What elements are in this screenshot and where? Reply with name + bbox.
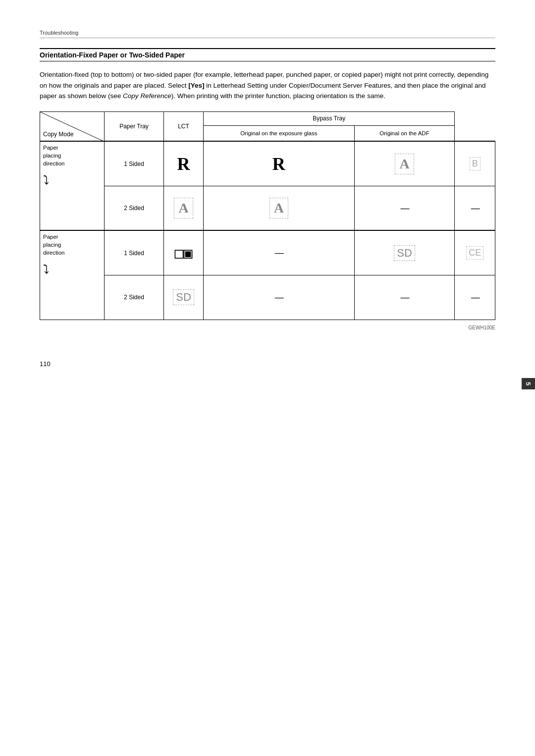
orientation-table: Copy Mode Paper Tray LCT Bypass Tray Ori… <box>40 111 495 320</box>
icon-dash-4: — <box>275 292 283 302</box>
cell-2-2-lct: — <box>204 275 355 320</box>
body-text-italic: Copy Reference <box>123 92 171 100</box>
figure-note: GEWH100E <box>40 325 495 330</box>
col-header-lct: LCT <box>164 111 204 141</box>
paper-dir-label-1: Paperplacingdirection ⤵ <box>40 141 105 230</box>
body-text: Orientation-fixed (top to bottom) or two… <box>40 69 495 102</box>
icon-r-faded-3: A <box>269 198 288 218</box>
table-corner-cell: Copy Mode <box>40 111 105 141</box>
cell-2-2-bypass-adf: — <box>455 275 495 320</box>
page-number: 110 <box>40 360 495 368</box>
sided-label-2-2: 2 Sided <box>105 275 164 320</box>
icon-sd-faded-2: SD <box>173 289 194 305</box>
table-row: Paperplacingdirection ⤵ 1 Sided R R A B <box>40 141 495 186</box>
col-header-paper-tray: Paper Tray <box>105 111 164 141</box>
icon-dash-2: — <box>471 203 479 213</box>
icon-dash-1: — <box>401 203 409 213</box>
icon-duplex-1: □▣ <box>174 244 192 262</box>
cell-1-2-bypass-glass: — <box>354 186 455 230</box>
icon-r-faded-1: A <box>395 154 414 174</box>
cell-2-1-paper-tray: □▣ <box>164 230 204 275</box>
icon-r-bold-1: R <box>177 154 190 174</box>
sided-label-1-1: 1 Sided <box>105 141 164 186</box>
cell-2-1-bypass-adf: CE <box>455 230 495 275</box>
corner-label-copy: Copy Mode <box>43 131 73 138</box>
cell-1-2-bypass-adf: — <box>455 186 495 230</box>
col-header-bypass-glass: Original on the exposure glass <box>204 126 355 142</box>
icon-r-bold-2: R <box>272 154 285 174</box>
breadcrumb: Troubleshooting <box>40 30 495 38</box>
chapter-number: 5 <box>525 382 532 385</box>
body-text-bold: [Yes] <box>188 82 204 89</box>
paper-dir-label-2: Paperplacingdirection ⤵ <box>40 230 105 320</box>
cell-1-1-bypass-glass: A <box>354 141 455 186</box>
body-text-part3: ). When printing with the printer functi… <box>171 92 385 100</box>
cell-1-1-paper-tray: R <box>164 141 204 186</box>
cell-2-2-paper-tray: SD <box>164 275 204 320</box>
cell-1-2-lct: A <box>204 186 355 230</box>
icon-ce-faded-1: CE <box>466 246 483 260</box>
col-header-bypass: Bypass Tray <box>204 111 455 125</box>
sided-label-1-2: 2 Sided <box>105 186 164 230</box>
table-row: Paperplacingdirection ⤵ 1 Sided □▣ — SD … <box>40 230 495 275</box>
cell-1-1-lct: R <box>204 141 355 186</box>
cell-2-1-bypass-glass: SD <box>354 230 455 275</box>
icon-sd-faded-1: SD <box>394 245 415 261</box>
cell-2-1-lct: — <box>204 230 355 275</box>
section-title: Orientation-Fixed Paper or Two-Sided Pap… <box>40 48 495 61</box>
cell-1-2-paper-tray: A <box>164 186 204 230</box>
icon-r-faded-2: A <box>174 198 193 218</box>
cell-2-2-bypass-glass: — <box>354 275 455 320</box>
icon-dash-5: — <box>401 292 409 302</box>
icon-dash-6: — <box>471 292 479 302</box>
table-row: 2 Sided A A — — <box>40 186 495 230</box>
col-header-bypass-adf: Original on the ADF <box>354 126 455 142</box>
chapter-tab: 5 <box>522 378 535 389</box>
sided-label-2-1: 1 Sided <box>105 230 164 275</box>
icon-adf-faded-1: B <box>470 157 481 170</box>
icon-dash-3: — <box>275 248 283 258</box>
cell-1-1-bypass-adf: B <box>455 141 495 186</box>
table-row: 2 Sided SD — — — <box>40 275 495 320</box>
